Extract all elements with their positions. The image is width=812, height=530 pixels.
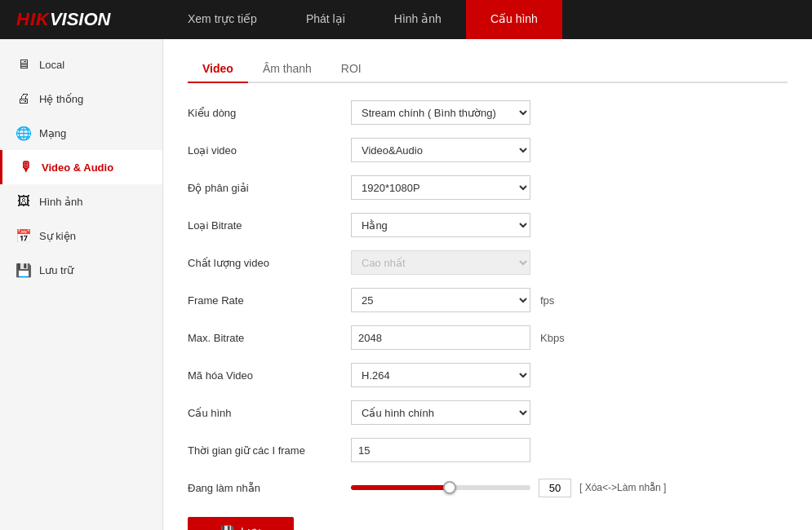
label-do-phan-giai: Độ phân giải — [188, 182, 351, 194]
label-kieu-dong: Kiểu dòng — [188, 107, 351, 119]
control-loai-bitrate: Hằng — [351, 213, 530, 237]
label-ma-hoa-video: Mã hóa Video — [188, 369, 351, 382]
select-cau-hinh[interactable]: Cấu hình chính — [351, 400, 530, 425]
row-cau-hinh: Cấu hình Cấu hình chính — [188, 400, 788, 426]
sidebar-label-local: Local — [39, 59, 64, 71]
main-content: Video Âm thanh ROI Kiểu dòng Stream chín… — [163, 39, 812, 530]
select-loai-bitrate[interactable]: Hằng — [351, 213, 530, 237]
label-frame-rate: Frame Rate — [188, 294, 351, 307]
nav-cau-hinh[interactable]: Cấu hình — [466, 0, 562, 39]
input-thoi-gian-giu[interactable]: 15 — [351, 438, 530, 462]
tab-am-thanh[interactable]: Âm thanh — [248, 55, 326, 83]
slider-container: 50 [ Xóa<->Làm nhẵn ] — [351, 479, 666, 497]
sidebar-item-su-kien[interactable]: 📅 Sự kiện — [0, 219, 162, 253]
control-frame-rate: 25 fps — [351, 288, 554, 312]
logo: HIKVISION — [0, 0, 163, 39]
input-max-bitrate[interactable]: 2048 — [351, 325, 530, 350]
sidebar-label-he-thong: Hệ thống — [39, 93, 83, 105]
control-dang-lam-nhan: 50 [ Xóa<->Làm nhẵn ] — [351, 479, 666, 497]
save-button[interactable]: 💾 Lưu — [188, 517, 294, 530]
control-do-phan-giai: 1920*1080P — [351, 175, 530, 200]
sidebar-item-video-audio[interactable]: 🎙 Video & Audio — [0, 150, 162, 184]
header: HIKVISION Xem trực tiếp Phát lại Hình ản… — [0, 0, 812, 39]
row-frame-rate: Frame Rate 25 fps — [188, 287, 788, 313]
sidebar-item-hinh-anh[interactable]: 🖼 Hình ảnh — [0, 184, 162, 219]
row-dang-lam-nhan: Đang làm nhẵn 50 [ Xóa<->Làm nhẵn ] — [188, 475, 788, 501]
logo-vision: VISION — [50, 9, 111, 30]
storage-icon: 💾 — [16, 263, 31, 277]
row-do-phan-giai: Độ phân giải 1920*1080P — [188, 174, 788, 201]
row-max-bitrate: Max. Bitrate 2048 Kbps — [188, 325, 788, 351]
unit-kbps: Kbps — [540, 332, 565, 344]
row-loai-bitrate: Loại Bitrate Hằng — [188, 212, 788, 238]
event-icon: 📅 — [16, 228, 31, 243]
slider-value: 50 — [539, 479, 571, 497]
slider-thumb[interactable] — [443, 481, 456, 494]
select-chat-luong-video[interactable]: Cao nhất — [351, 250, 530, 275]
image-icon: 🖼 — [16, 194, 31, 209]
label-cau-hinh: Cấu hình — [188, 407, 351, 419]
logo-hik: HIK — [16, 9, 50, 30]
control-chat-luong-video: Cao nhất — [351, 250, 530, 275]
nav-hinh-anh[interactable]: Hình ảnh — [370, 0, 466, 39]
sidebar-item-local[interactable]: 🖥 Local — [0, 47, 162, 82]
label-max-bitrate: Max. Bitrate — [188, 332, 351, 344]
row-loai-video: Loại video Video&Audio — [188, 137, 788, 163]
main-nav: Xem trực tiếp Phát lại Hình ảnh Cấu hình — [163, 0, 812, 39]
select-loai-video[interactable]: Video&Audio — [351, 138, 530, 162]
select-ma-hoa-video[interactable]: H.264 — [351, 363, 530, 387]
network-icon: 🌐 — [16, 126, 31, 140]
label-loai-bitrate: Loại Bitrate — [188, 219, 351, 232]
slider-hint: [ Xóa<->Làm nhẵn ] — [579, 482, 666, 493]
row-thoi-gian-giu: Thời gian giữ các I frame 15 — [188, 437, 788, 463]
layout: 🖥 Local 🖨 Hệ thống 🌐 Mạng 🎙 Video & Audi… — [0, 39, 812, 530]
label-dang-lam-nhan: Đang làm nhẵn — [188, 482, 351, 494]
sidebar: 🖥 Local 🖨 Hệ thống 🌐 Mạng 🎙 Video & Audi… — [0, 39, 163, 530]
sidebar-item-luu-tru[interactable]: 💾 Lưu trữ — [0, 253, 162, 287]
row-ma-hoa-video: Mã hóa Video H.264 — [188, 362, 788, 388]
save-label: Lưu — [241, 525, 261, 530]
select-do-phan-giai[interactable]: 1920*1080P — [351, 175, 530, 200]
system-icon: 🖨 — [16, 91, 31, 106]
nav-phat-lai[interactable]: Phát lại — [282, 0, 370, 39]
label-loai-video: Loại video — [188, 144, 351, 157]
control-loai-video: Video&Audio — [351, 138, 530, 162]
sidebar-label-mang: Mạng — [39, 127, 66, 139]
label-chat-luong-video: Chất lượng video — [188, 257, 351, 269]
control-cau-hinh: Cấu hình chính — [351, 400, 530, 425]
nav-xem-truc-tiep[interactable]: Xem trực tiếp — [163, 0, 282, 39]
select-frame-rate[interactable]: 25 — [351, 288, 530, 312]
unit-fps: fps — [540, 294, 554, 307]
control-max-bitrate: 2048 Kbps — [351, 325, 565, 350]
video-audio-icon: 🎙 — [19, 160, 33, 174]
control-thoi-gian-giu: 15 — [351, 438, 530, 462]
row-kieu-dong: Kiểu dòng Stream chính ( Bình thường) — [188, 99, 788, 126]
save-icon: 💾 — [220, 525, 234, 530]
tab-video[interactable]: Video — [188, 55, 248, 83]
slider-track[interactable] — [351, 485, 530, 490]
sidebar-label-su-kien: Sự kiện — [39, 230, 76, 242]
control-ma-hoa-video: H.264 — [351, 363, 530, 387]
sidebar-item-he-thong[interactable]: 🖨 Hệ thống — [0, 82, 162, 116]
control-kieu-dong: Stream chính ( Bình thường) — [351, 100, 530, 125]
tab-roi[interactable]: ROI — [326, 55, 376, 83]
select-kieu-dong[interactable]: Stream chính ( Bình thường) — [351, 100, 530, 125]
label-thoi-gian-giu: Thời gian giữ các I frame — [188, 444, 351, 457]
sidebar-label-luu-tru: Lưu trữ — [39, 264, 73, 276]
tabs: Video Âm thanh ROI — [188, 55, 788, 83]
settings-form: Kiểu dòng Stream chính ( Bình thường) Lo… — [188, 99, 788, 530]
sidebar-label-video-audio: Video & Audio — [42, 161, 113, 174]
sidebar-label-hinh-anh: Hình ảnh — [39, 196, 83, 208]
monitor-icon: 🖥 — [16, 57, 31, 72]
sidebar-item-mang[interactable]: 🌐 Mạng — [0, 116, 162, 150]
row-chat-luong-video: Chất lượng video Cao nhất — [188, 250, 788, 276]
